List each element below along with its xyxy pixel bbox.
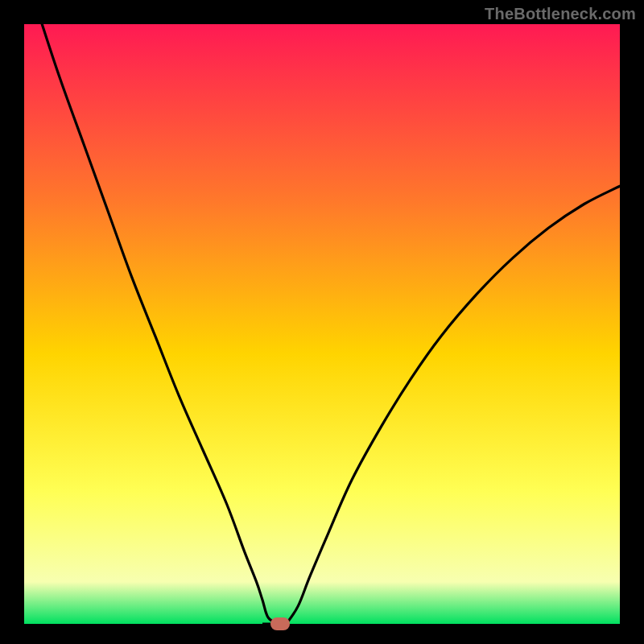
bottleneck-plot <box>24 24 620 624</box>
chart-container: TheBottleneck.com <box>0 0 644 644</box>
gradient-background <box>24 24 620 624</box>
watermark-text: TheBottleneck.com <box>485 5 636 23</box>
optimum-marker <box>270 617 290 630</box>
